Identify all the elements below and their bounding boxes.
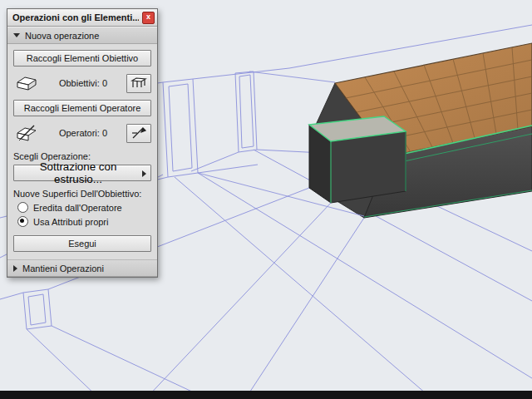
targets-count: 0 xyxy=(102,78,107,88)
targets-label: Obbiettivi: xyxy=(59,78,100,88)
collect-targets-button[interactable]: Raccogli Elementi Obiettivo xyxy=(13,50,151,66)
close-button[interactable]: x xyxy=(142,12,155,24)
operator-elements-icon xyxy=(13,125,40,141)
flyout-arrow-icon xyxy=(142,170,146,177)
radio-option-own-attributes[interactable]: Usa Attributi propri xyxy=(17,216,151,227)
execute-button[interactable]: Esegui xyxy=(13,235,151,252)
targets-row: Obbiettivi: 0 xyxy=(13,72,151,94)
collapse-arrow-icon xyxy=(13,33,20,37)
new-surfaces-label: Nuove Superfici Dell'Obbiettivo: xyxy=(13,189,151,199)
pick-operators-button[interactable] xyxy=(126,124,151,143)
palette-titlebar[interactable]: Operazioni con gli Elementi... x xyxy=(7,9,157,27)
palette-body: Raccogli Elementi Obiettivo Obbiettivi: … xyxy=(7,44,157,259)
bottom-bar xyxy=(0,391,532,399)
targets-counter: Obbiettivi: 0 xyxy=(40,78,126,88)
operators-count: 0 xyxy=(102,128,107,138)
pick-operators-icon xyxy=(131,126,147,140)
operators-counter: Operatori: 0 xyxy=(40,128,126,138)
section-keep-operations-label: Mantieni Operazioni xyxy=(22,264,104,273)
radio-own-attributes-label: Usa Attributi propri xyxy=(33,217,108,227)
palette-title: Operazioni con gli Elementi... xyxy=(12,12,139,22)
expand-arrow-icon xyxy=(13,265,17,272)
operation-dropdown[interactable]: Sottrazione con estrusio... xyxy=(13,165,151,181)
section-keep-operations[interactable]: Mantieni Operazioni xyxy=(7,259,157,277)
solid-step[interactable] xyxy=(309,116,406,203)
pick-targets-icon xyxy=(131,76,147,90)
collect-operators-button[interactable]: Raccogli Elementi Operatore xyxy=(13,100,151,116)
radio-option-inherit[interactable]: Eredita dall'Operatore xyxy=(17,202,151,213)
operators-label: Operatori: xyxy=(59,128,100,138)
target-elements-icon xyxy=(13,75,40,91)
section-new-operation[interactable]: Nuova operazione xyxy=(7,27,157,44)
radio-inherit-label: Eredita dall'Operatore xyxy=(33,203,122,213)
operation-selected-value: Sottrazione con estrusio... xyxy=(19,160,137,185)
section-new-operation-label: Nuova operazione xyxy=(25,31,99,41)
operators-row: Operatori: 0 xyxy=(13,122,151,144)
pick-targets-button[interactable] xyxy=(126,74,151,93)
radio-inherit-icon[interactable] xyxy=(17,202,28,213)
solid-operations-palette: Operazioni con gli Elementi... x Nuova o… xyxy=(7,8,158,278)
radio-own-attributes-icon[interactable] xyxy=(17,216,28,227)
